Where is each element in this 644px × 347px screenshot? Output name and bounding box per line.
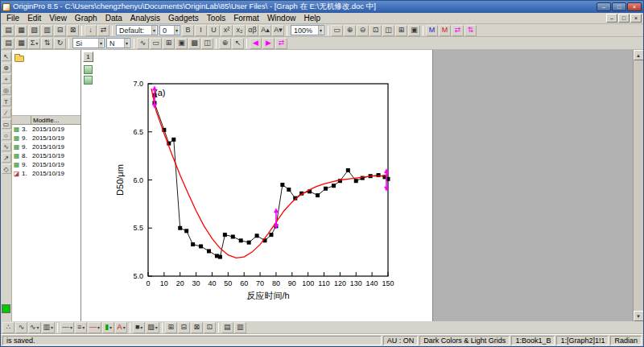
list-item[interactable]: ▦ 8. 2015/10/19 [12,151,80,160]
previous-plot-button[interactable]: ◀ [250,38,262,49]
vertical-scrollbar[interactable]: ▲ ▼ [633,50,643,321]
move-data-points-button[interactable]: ⇄ [452,25,464,36]
child-restore-button[interactable]: □ [618,14,630,23]
fill-pattern-button[interactable]: ▨▾ [146,322,159,333]
graph-object-icon[interactable] [84,76,93,85]
polyline-tool[interactable]: ∿ [2,142,11,151]
menu-view[interactable]: View [45,14,71,23]
active-color-swatch[interactable] [2,304,10,313]
data-reader-tool[interactable]: + [2,74,11,84]
underline-button[interactable]: U [208,25,220,36]
screen-reader-tool[interactable]: ◎ [2,85,11,95]
zoom-combo[interactable]: 100%▾ [291,25,324,35]
color-scale-button[interactable]: ▩ [188,38,200,49]
menu-gadgets[interactable]: Gadgets [164,14,203,23]
polygon-tool[interactable]: ◇ [2,164,11,174]
layer-contents-button[interactable]: ▣ [408,25,420,36]
line-template-button[interactable]: ∿ [15,322,27,333]
close-button[interactable]: × [627,2,642,11]
pointer-tool[interactable]: ↖ [2,52,11,61]
maximize-button[interactable]: □ [612,2,626,11]
menu-data[interactable]: Data [101,14,126,23]
italic-button[interactable]: I [195,25,207,36]
graph-object-icon[interactable] [84,65,93,74]
grid-toggle-button[interactable]: ⊡ [204,322,216,333]
minimize-button[interactable]: – [597,2,611,11]
pointer-mode-button[interactable]: ↖ [232,38,244,49]
style-combo[interactable]: Default:▾ [116,25,158,35]
list-item[interactable]: ▦ 9. 2015/10/19 [12,160,80,169]
project-tree[interactable] [12,50,80,116]
decrease-font-button[interactable]: A▾ [272,25,284,36]
menu-window[interactable]: Window [263,14,300,23]
line-symbol-template-button[interactable]: ∿▾ [28,322,41,333]
import-ascii-button[interactable]: ↓ [85,25,97,36]
layer-1-button[interactable]: 1 [83,52,93,62]
fill-color-button[interactable]: ▮▾ [102,322,114,333]
swap-plot-button[interactable]: ⇄ [275,38,287,49]
subscript-button[interactable]: x₂ [233,25,246,36]
next-plot-button[interactable]: ▶ [262,38,275,49]
line-color-button[interactable]: —▾ [88,322,101,333]
name-column-header[interactable] [12,116,31,124]
draw-data-button[interactable]: ∿ [137,38,149,49]
duplicate-window-button[interactable]: ◫ [382,25,394,36]
open-button[interactable]: ▥ [41,25,53,36]
save-project-button[interactable]: ⊟ [54,25,66,36]
zoom-tool[interactable]: ⊕ [2,63,11,72]
unmask-points-button[interactable]: M [439,25,451,36]
zoom-out-button[interactable]: ⊖ [357,25,369,36]
recalculate-button[interactable]: ↻ [54,38,66,49]
import-wizard-button[interactable]: ⇄ [97,25,109,36]
split-cells-button[interactable]: ⊟ [178,322,190,333]
child-close-button[interactable]: × [630,14,642,23]
scatter-template-button[interactable]: ∴ [2,322,14,333]
list-header[interactable]: Modifie... [12,116,80,125]
modified-column-header[interactable]: Modifie... [31,117,80,124]
region-of-interest-button[interactable]: ▭ [150,38,162,49]
superscript-button[interactable]: x² [221,25,233,36]
titlebar[interactable]: OriginPro 8.5 - C:\Users\chengzhenyu\Doc… [1,1,643,13]
align-center-button[interactable]: ▥ [234,322,246,333]
mask-points-button[interactable]: M [426,25,438,36]
list-item[interactable]: ▦ 3. 2015/10/19 [12,125,80,134]
new-graph-button[interactable]: ▧ [28,25,40,36]
n-combo[interactable]: N▾ [106,38,130,48]
worksheet-query-button[interactable]: ▦ [15,38,27,49]
menu-edit[interactable]: Edit [23,14,45,23]
line-tool[interactable]: ∕ [2,108,11,118]
list-item[interactable]: ▦ 9. 2015/10/19 [12,134,80,143]
si-combo[interactable]: Si▾ [72,38,105,48]
legend-button[interactable]: ▣ [175,38,188,49]
scroll-up-icon[interactable]: ▲ [634,50,644,60]
new-project-button[interactable]: ▤ [2,25,14,36]
child-minimize-button[interactable]: – [606,14,617,23]
greek-button[interactable]: αβ [246,25,258,36]
zoom-in-button[interactable]: ⊕ [344,25,356,36]
merge-cells-button[interactable]: ⊞ [165,322,177,333]
ellipse-tool[interactable]: ○ [2,130,11,140]
statistics-button[interactable]: Σ▾ [28,38,40,49]
cell-borders-button[interactable]: ⊠ [191,322,203,333]
menu-graph[interactable]: Graph [71,14,101,23]
font-size-combo[interactable]: 0▾ [159,25,180,35]
line-width-button[interactable]: ≡▾ [75,322,87,333]
arrow-tool[interactable]: ↗ [2,153,11,163]
symbol-type-button[interactable]: ■▾ [133,322,145,333]
line-style-button[interactable]: —▾ [60,322,74,333]
bold-button[interactable]: B [182,25,194,36]
add-layer-button[interactable]: ⊞ [395,25,407,36]
menu-file[interactable]: File [2,14,23,23]
new-workbook-button[interactable]: ▦ [15,25,27,36]
text-tool[interactable]: T [2,97,11,106]
list-item[interactable]: ▦ 9. 2015/10/19 [12,143,80,151]
zoom-pan-button[interactable]: ⊕ [219,38,231,49]
font-color-button[interactable]: A▾ [115,322,127,333]
menu-format[interactable]: Format [229,14,263,23]
menu-analysis[interactable]: Analysis [126,14,164,23]
scroll-down-icon[interactable]: ▼ [634,311,644,321]
remove-bad-points-button[interactable]: ⇅ [464,25,477,36]
grid-button[interactable]: ⊞ [163,38,175,49]
new-table-button[interactable]: ◫ [201,38,213,49]
full-page-button[interactable]: ⊡ [369,25,382,36]
